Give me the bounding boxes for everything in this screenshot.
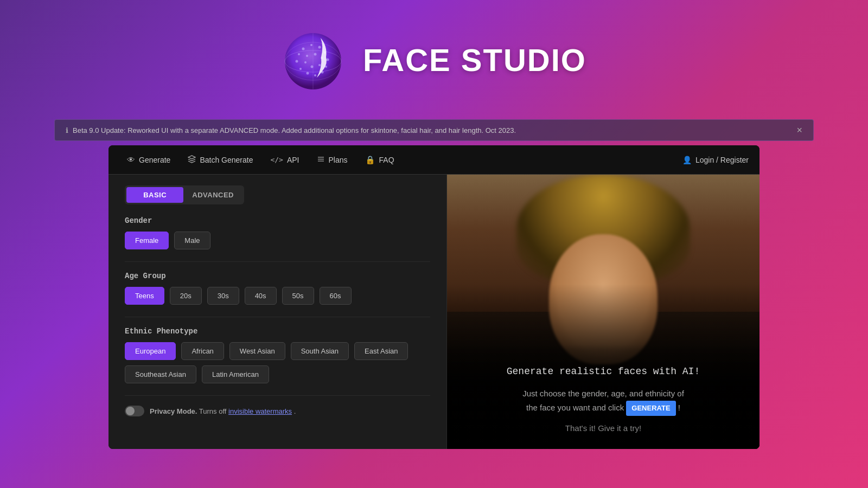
overlay-text-area: Generate realistic faces with AI! Just c… xyxy=(447,344,760,449)
ethnic-west-asian-btn[interactable]: West Asian xyxy=(229,342,285,360)
nav-label-plans: Plans xyxy=(329,156,348,164)
age-teens-btn[interactable]: Teens xyxy=(125,287,164,305)
mode-tabs: BASIC ADVANCED xyxy=(125,185,244,204)
toggle-knob xyxy=(126,407,135,415)
gender-male-btn[interactable]: Male xyxy=(174,232,210,249)
auth-label: Login / Register xyxy=(695,156,749,164)
list-icon xyxy=(317,155,325,165)
app-title: FACE STUDIO xyxy=(363,42,586,78)
ethnic-south-asian-btn[interactable]: South Asian xyxy=(291,342,349,360)
svg-point-6 xyxy=(318,46,321,49)
info-icon: ℹ xyxy=(66,126,68,134)
svg-point-4 xyxy=(302,48,305,50)
nav-item-auth[interactable]: 👤 Login / Register xyxy=(682,156,749,164)
overlay-footer: That's it! Give it a try! xyxy=(463,423,743,433)
nav-item-batch[interactable]: Batch Generate xyxy=(180,151,260,169)
overlay-title: Generate realistic faces with AI! xyxy=(463,366,743,377)
age-40s-btn[interactable]: 40s xyxy=(245,287,277,305)
nav-item-generate[interactable]: 👁 Generate xyxy=(119,151,178,169)
privacy-label: Privacy Mode. Turns off invisible waterm… xyxy=(150,407,296,415)
age-60s-btn[interactable]: 60s xyxy=(320,287,352,305)
user-icon: 👤 xyxy=(682,156,692,164)
lock-icon: 🔒 xyxy=(365,155,375,165)
svg-point-14 xyxy=(296,60,298,63)
age-20s-btn[interactable]: 20s xyxy=(170,287,202,305)
invisible-watermarks-link[interactable]: invisible watermarks xyxy=(228,407,292,415)
close-announcement-button[interactable]: × xyxy=(796,125,802,135)
nav-label-batch: Batch Generate xyxy=(200,156,253,164)
ethnic-east-asian-btn[interactable]: East Asian xyxy=(354,342,408,360)
main-content: BASIC ADVANCED Gender Female Male Age Gr… xyxy=(108,175,760,449)
divider-3 xyxy=(125,395,430,396)
ethnic-phenotype-label: Ethnic Phenotype xyxy=(125,327,430,336)
face-image-area: Generate realistic faces with AI! Just c… xyxy=(447,175,760,449)
left-panel: BASIC ADVANCED Gender Female Male Age Gr… xyxy=(108,175,447,449)
code-icon: </> xyxy=(270,156,283,164)
age-group-label: Age Group xyxy=(125,272,430,280)
svg-point-21 xyxy=(304,61,307,63)
nav-item-faq[interactable]: 🔒 FAQ xyxy=(358,151,402,169)
nav-label-api: API xyxy=(287,156,299,164)
svg-point-19 xyxy=(318,64,321,66)
app-logo xyxy=(282,24,352,95)
tab-basic[interactable]: BASIC xyxy=(126,187,183,203)
divider-2 xyxy=(125,317,430,317)
nav-item-plans[interactable]: Plans xyxy=(309,151,355,169)
ethnic-european-btn[interactable]: European xyxy=(125,342,176,360)
ethnic-latin-american-btn[interactable]: Latin American xyxy=(202,365,269,383)
overlay-desc: Just choose the gender, age, and ethnici… xyxy=(463,387,743,416)
divider-1 xyxy=(125,261,430,262)
eye-icon: 👁 xyxy=(127,155,135,164)
privacy-row: Privacy Mode. Turns off invisible waterm… xyxy=(125,406,430,416)
privacy-toggle[interactable] xyxy=(125,406,144,416)
ethnic-options: European African West Asian South Asian … xyxy=(125,342,430,383)
svg-point-8 xyxy=(327,59,329,61)
ethnic-southeast-asian-btn[interactable]: Southeast Asian xyxy=(125,365,196,383)
svg-point-15 xyxy=(298,53,300,55)
age-50s-btn[interactable]: 50s xyxy=(282,287,314,305)
gender-label: Gender xyxy=(125,216,430,225)
svg-point-5 xyxy=(310,44,312,46)
nav-items-left: 👁 Generate Batch Generate </> API xyxy=(119,151,682,169)
generate-inline-label: GENERATE xyxy=(626,401,675,416)
nav-item-api[interactable]: </> API xyxy=(263,151,307,169)
layers-icon xyxy=(188,155,196,165)
gender-options: Female Male xyxy=(125,232,430,249)
announcement-banner: ℹ Beta 9.0 Update: Reworked UI with a se… xyxy=(54,119,814,141)
age-30s-btn[interactable]: 30s xyxy=(207,287,239,305)
app-container: 👁 Generate Batch Generate </> API xyxy=(108,145,760,449)
ethnic-african-btn[interactable]: African xyxy=(181,342,224,360)
announcement-text: Beta 9.0 Update: Reworked UI with a sepa… xyxy=(73,126,516,134)
right-panel: Generate realistic faces with AI! Just c… xyxy=(447,175,760,449)
hero-header: FACE STUDIO xyxy=(0,0,868,119)
nav-label-faq: FAQ xyxy=(379,156,394,164)
svg-point-17 xyxy=(314,53,317,56)
svg-point-20 xyxy=(311,66,314,68)
navbar: 👁 Generate Batch Generate </> API xyxy=(108,145,760,175)
nav-label-generate: Generate xyxy=(139,156,170,164)
svg-point-16 xyxy=(306,55,308,57)
svg-point-12 xyxy=(307,72,309,75)
svg-point-11 xyxy=(314,74,316,76)
age-group-options: Teens 20s 30s 40s 50s 60s xyxy=(125,287,430,305)
gender-female-btn[interactable]: Female xyxy=(125,232,169,249)
svg-point-13 xyxy=(299,68,302,70)
tab-advanced[interactable]: ADVANCED xyxy=(183,187,242,203)
